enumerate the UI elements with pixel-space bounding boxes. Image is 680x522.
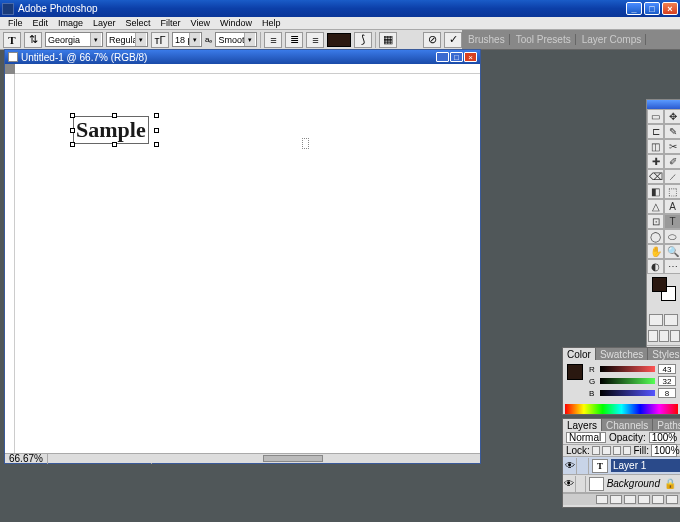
doc-maximize[interactable]: □ — [450, 52, 463, 62]
zoom-level[interactable]: 66.67% — [5, 453, 48, 464]
transform-handle-e[interactable] — [154, 128, 159, 133]
menu-help[interactable]: Help — [257, 18, 286, 28]
menu-view[interactable]: View — [186, 18, 215, 28]
tool-slice[interactable]: ✂ — [664, 139, 680, 154]
transform-handle-w[interactable] — [70, 128, 75, 133]
layer-set-button[interactable] — [624, 495, 636, 504]
g-slider[interactable] — [600, 378, 655, 384]
tool-brush[interactable]: ✐ — [664, 154, 680, 169]
tool-eyedrop[interactable]: 🔍 — [664, 244, 680, 259]
menu-filter[interactable]: Filter — [156, 18, 186, 28]
tab-color[interactable]: Color — [563, 348, 596, 360]
layer-thumb-bg[interactable] — [589, 477, 603, 491]
doc-close[interactable]: × — [464, 52, 477, 62]
quickmask-off[interactable] — [649, 314, 663, 326]
orientation-toggle[interactable]: ⇅ — [24, 32, 42, 48]
layer-new-button[interactable] — [652, 495, 664, 504]
menu-layer[interactable]: Layer — [88, 18, 121, 28]
layer-thumb-text[interactable]: T — [592, 459, 608, 473]
transform-handle-ne[interactable] — [154, 113, 159, 118]
blend-mode-select[interactable]: Normal — [566, 432, 606, 443]
scroll-thumb[interactable] — [263, 455, 323, 462]
layer-row-1[interactable]: 👁 T Layer 1 — [563, 457, 680, 475]
tool-marquee[interactable]: ▭ — [647, 109, 664, 124]
link-cell[interactable] — [577, 458, 589, 474]
tool-eraser[interactable]: ◧ — [647, 184, 664, 199]
screenmode-full-menu[interactable] — [659, 330, 669, 342]
screenmode-full[interactable] — [670, 330, 680, 342]
tool-pen[interactable]: ◯ — [647, 229, 664, 244]
tool-path[interactable]: ⊡ — [647, 214, 664, 229]
color-preview[interactable] — [567, 364, 583, 380]
opacity-value[interactable]: 100% — [649, 432, 675, 443]
menu-image[interactable]: Image — [53, 18, 88, 28]
menu-select[interactable]: Select — [121, 18, 156, 28]
lock-all[interactable] — [623, 446, 631, 455]
menu-edit[interactable]: Edit — [28, 18, 54, 28]
window-close[interactable]: × — [662, 2, 678, 15]
lock-transparency[interactable] — [592, 446, 600, 455]
lock-image[interactable] — [602, 446, 610, 455]
visibility-icon[interactable]: 👁 — [563, 458, 577, 474]
align-left[interactable]: ≡ — [264, 32, 282, 48]
tool-dodge[interactable]: A — [664, 199, 680, 214]
transform-handle-n[interactable] — [112, 113, 117, 118]
tool-blur[interactable]: △ — [647, 199, 664, 214]
commit-icon[interactable]: ✓ — [444, 32, 462, 48]
transform-handle-nw[interactable] — [70, 113, 75, 118]
link-cell[interactable] — [576, 476, 587, 492]
lock-position[interactable] — [613, 446, 621, 455]
tool-hand[interactable]: ◐ — [647, 259, 664, 274]
tool-stamp[interactable]: ⌫ — [647, 169, 664, 184]
g-value[interactable]: 32 — [658, 376, 676, 386]
visibility-icon[interactable]: 👁 — [563, 476, 576, 492]
ruler-vertical[interactable] — [5, 74, 15, 453]
layer-trash-button[interactable] — [666, 495, 678, 504]
tool-wand[interactable]: ✎ — [664, 124, 680, 139]
text-layer-sample[interactable]: Sample — [73, 116, 149, 144]
layer-adj-button[interactable] — [638, 495, 650, 504]
tool-lasso[interactable]: ⊏ — [647, 124, 664, 139]
b-slider[interactable] — [600, 390, 655, 396]
well-layercomps[interactable]: Layer Comps — [578, 34, 646, 45]
tab-swatches[interactable]: Swatches — [596, 348, 648, 360]
tool-type[interactable]: T — [664, 214, 680, 229]
font-family-select[interactable]: Georgia — [45, 32, 103, 47]
well-toolpresets[interactable]: Tool Presets — [512, 34, 576, 45]
transform-handle-s[interactable] — [112, 142, 117, 147]
color-spectrum[interactable] — [565, 404, 678, 414]
tab-styles[interactable]: Styles — [648, 348, 680, 360]
ruler-horizontal[interactable] — [15, 64, 480, 74]
color-fgbg[interactable] — [652, 277, 676, 301]
tool-zoom[interactable]: ⋯ — [664, 259, 680, 274]
fill-value[interactable]: 100% — [651, 444, 677, 457]
quickmask-on[interactable] — [664, 314, 678, 326]
warp-text[interactable]: ⟆ — [354, 32, 372, 48]
tab-paths[interactable]: Paths — [653, 419, 680, 431]
text-color-swatch[interactable] — [327, 33, 351, 47]
tool-move[interactable]: ✥ — [664, 109, 680, 124]
layer-mask-button[interactable] — [610, 495, 622, 504]
scrollbar-horizontal[interactable] — [50, 454, 476, 463]
screenmode-standard[interactable] — [648, 330, 658, 342]
b-value[interactable]: 8 — [658, 388, 676, 398]
palettes-toggle[interactable]: ▦ — [379, 32, 397, 48]
menu-window[interactable]: Window — [215, 18, 257, 28]
foreground-color-swatch[interactable] — [652, 277, 667, 292]
window-maximize[interactable]: □ — [644, 2, 660, 15]
canvas[interactable]: Sample — [15, 74, 480, 453]
tool-shape[interactable]: ⬭ — [664, 229, 680, 244]
cancel-icon[interactable]: ⊘ — [423, 32, 441, 48]
tool-heal[interactable]: ✚ — [647, 154, 664, 169]
tool-crop[interactable]: ◫ — [647, 139, 664, 154]
layer-row-bg[interactable]: 👁 Background 🔒 — [563, 475, 680, 493]
transform-handle-se[interactable] — [154, 142, 159, 147]
layer-fx-button[interactable] — [596, 495, 608, 504]
tool-history[interactable]: ⟋ — [664, 169, 680, 184]
tool-gradient[interactable]: ⬚ — [664, 184, 680, 199]
well-brushes[interactable]: Brushes — [464, 34, 510, 45]
document-titlebar[interactable]: Untitled-1 @ 66.7% (RGB/8) _ □ × — [5, 50, 480, 64]
window-minimize[interactable]: _ — [626, 2, 642, 15]
tab-layers[interactable]: Layers — [563, 419, 602, 431]
font-style-select[interactable]: Regular — [106, 32, 148, 47]
